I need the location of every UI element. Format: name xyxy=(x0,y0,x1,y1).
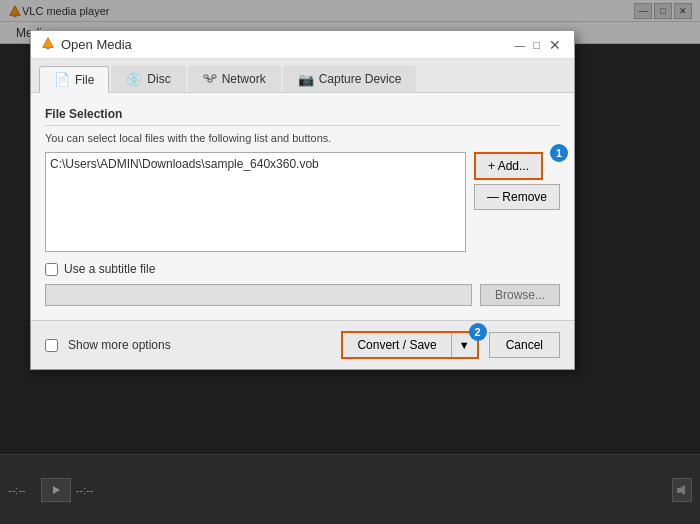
convert-save-button[interactable]: Convert / Save xyxy=(343,333,451,357)
tab-disc[interactable]: 💿 Disc xyxy=(111,65,185,92)
svg-marker-5 xyxy=(43,38,54,48)
network-tab-icon xyxy=(203,72,217,87)
convert-save-group: Convert / Save ▼ xyxy=(341,331,478,359)
file-selection-label: File Selection xyxy=(45,107,560,126)
subtitle-checkbox[interactable] xyxy=(45,263,58,276)
tab-capture-label: Capture Device xyxy=(319,72,402,86)
capture-tab-icon: 📷 xyxy=(298,72,314,87)
open-media-dialog: Open Media — □ ✕ 📄 File 💿 Disc xyxy=(30,30,575,370)
subtitle-checkbox-row: Use a subtitle file xyxy=(45,262,560,276)
dialog-icon xyxy=(41,36,55,53)
convert-save-label: Convert / Save xyxy=(357,338,436,352)
svg-line-10 xyxy=(206,78,210,79)
tab-capture[interactable]: 📷 Capture Device xyxy=(283,65,417,92)
dialog-minimize[interactable]: — xyxy=(512,39,527,51)
svg-rect-7 xyxy=(204,75,208,78)
remove-button[interactable]: — Remove xyxy=(474,184,560,210)
dialog-window-controls: — □ xyxy=(512,39,542,51)
convert-button-wrapper: Convert / Save ▼ 2 xyxy=(341,331,478,359)
badge-1: 1 xyxy=(550,144,568,162)
dialog-tabs: 📄 File 💿 Disc Network 📷 Capture Device xyxy=(31,59,574,93)
add-button-label: + Add... xyxy=(488,159,529,173)
dialog-close-button[interactable]: ✕ xyxy=(546,36,564,54)
subtitle-checkbox-label: Use a subtitle file xyxy=(64,262,155,276)
file-listbox[interactable]: C:\Users\ADMIN\Downloads\sample_640x360.… xyxy=(45,152,466,252)
show-more-checkbox[interactable] xyxy=(45,339,58,352)
dialog-titlebar: Open Media — □ ✕ xyxy=(31,31,574,59)
subtitle-input[interactable] xyxy=(45,284,472,306)
svg-rect-6 xyxy=(46,47,50,49)
tab-network[interactable]: Network xyxy=(188,65,281,92)
dialog-bottom: Show more options Convert / Save ▼ 2 Can… xyxy=(31,320,574,369)
show-more-label: Show more options xyxy=(68,338,171,352)
dialog-content: File Selection You can select local file… xyxy=(31,93,574,320)
hint-text: You can select local files with the foll… xyxy=(45,132,560,144)
disc-tab-icon: 💿 xyxy=(126,72,142,87)
badge-2: 2 xyxy=(469,323,487,341)
file-buttons: + Add... 1 — Remove xyxy=(474,152,560,252)
dialog-maximize[interactable]: □ xyxy=(531,39,542,51)
subtitle-row: Browse... xyxy=(45,284,560,306)
add-button-wrapper: + Add... 1 xyxy=(474,152,560,180)
cancel-button[interactable]: Cancel xyxy=(489,332,560,358)
add-button[interactable]: + Add... xyxy=(474,152,543,180)
tab-file-label: File xyxy=(75,73,94,87)
file-tab-icon: 📄 xyxy=(54,72,70,87)
tab-disc-label: Disc xyxy=(147,72,170,86)
file-path: C:\Users\ADMIN\Downloads\sample_640x360.… xyxy=(50,157,319,171)
cancel-label: Cancel xyxy=(506,338,543,352)
browse-button[interactable]: Browse... xyxy=(480,284,560,306)
svg-rect-8 xyxy=(208,79,212,82)
tab-network-label: Network xyxy=(222,72,266,86)
dialog-title: Open Media xyxy=(61,37,512,52)
tab-file[interactable]: 📄 File xyxy=(39,66,109,93)
remove-button-label: — Remove xyxy=(487,190,547,204)
svg-rect-9 xyxy=(212,75,216,78)
browse-label: Browse... xyxy=(495,288,545,302)
file-area: C:\Users\ADMIN\Downloads\sample_640x360.… xyxy=(45,152,560,252)
